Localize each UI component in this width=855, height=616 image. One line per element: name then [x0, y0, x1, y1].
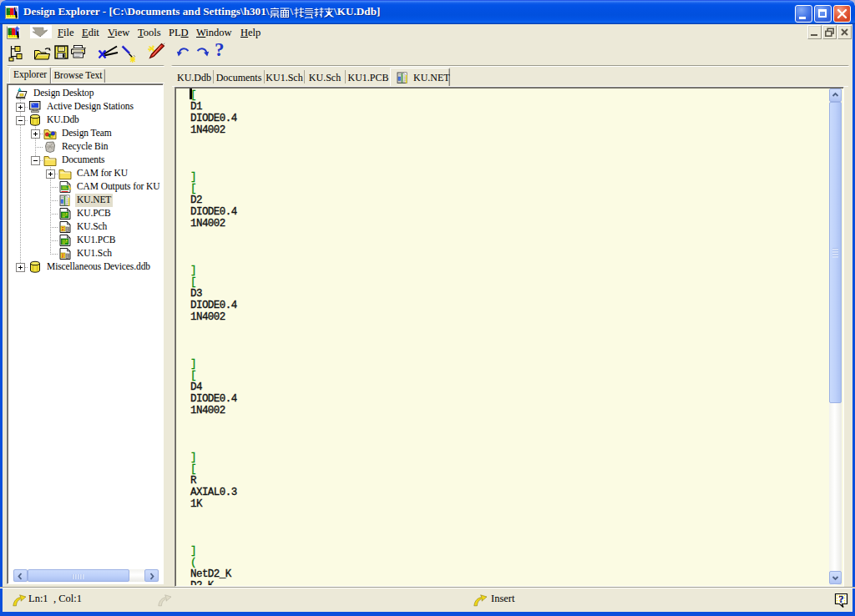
svg-text:?: ? — [839, 593, 844, 605]
